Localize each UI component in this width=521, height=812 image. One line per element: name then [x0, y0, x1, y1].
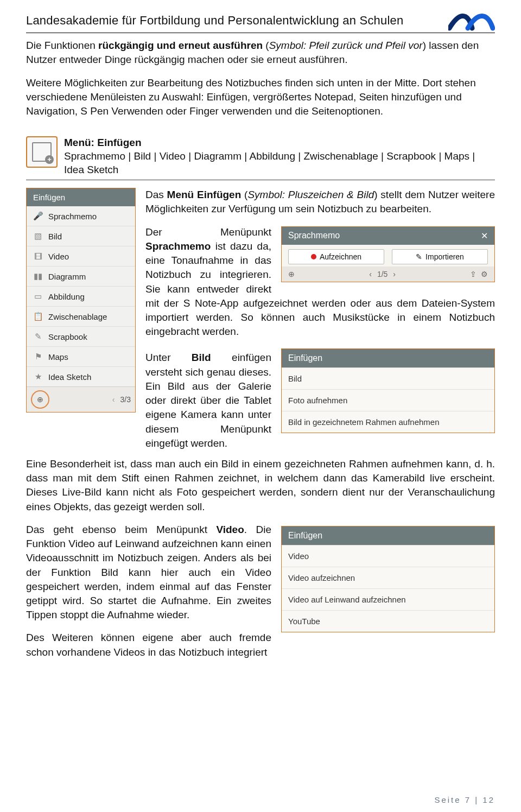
image-option-foto[interactable]: Foto aufnehmen [282, 389, 494, 411]
record-button[interactable]: Aufzeichnen [288, 249, 384, 264]
insert-menu-item[interactable]: ▮▮Diagramm [27, 267, 135, 287]
insert-menu-item[interactable]: 📋Zwischenablage [27, 307, 135, 327]
menu-item-icon: 🎤 [33, 211, 43, 221]
next-icon[interactable]: › [393, 270, 396, 278]
menu-item-icon: ★ [33, 372, 43, 382]
menu-item-label: Sprachmemo [48, 212, 97, 221]
insert-menu-item[interactable]: 🎤Sprachmemo [27, 206, 135, 226]
voicememo-title: Sprachmemo [288, 231, 340, 240]
insert-menu-pager: 3/3 [120, 395, 131, 404]
intro-paragraph-1: Die Funktionen rückgängig und erneut aus… [26, 39, 495, 66]
video-option-leinwand[interactable]: Video auf Leinwand aufzeichnen [282, 588, 494, 610]
video-option-youtube[interactable]: YouTube [282, 610, 494, 632]
insert-menu-item[interactable]: ⚑Maps [27, 347, 135, 367]
menu-item-icon: ⚑ [33, 352, 43, 361]
video-insert-panel: Einfügen Video Video aufzeichnen Video a… [281, 526, 495, 632]
pen-icon: ✎ [416, 252, 422, 261]
insert-menu-lead: Das Menü Einfügen (Symbol: Pluszeichen &… [145, 188, 495, 216]
menu-item-label: Abbildung [48, 292, 85, 301]
menu-item-label: Maps [48, 352, 68, 361]
insert-menu-item[interactable]: ★Idea Sketch [27, 367, 135, 386]
add-icon[interactable]: ⊕ [31, 390, 49, 409]
menu-item-label: Bild [48, 232, 62, 241]
video-option-video[interactable]: Video [282, 545, 494, 567]
menu-item-icon: ▭ [33, 291, 43, 301]
page-footer: Seite 7 | 12 [434, 795, 495, 804]
menu-item-icon: ▮▮ [33, 271, 43, 281]
insert-menu-item[interactable]: 🎞Video [27, 246, 135, 267]
import-button[interactable]: ✎Importieren [392, 249, 488, 264]
insert-menu-panel: Einfügen 🎤Sprachmemo▧Bild🎞Video▮▮Diagram… [26, 188, 136, 413]
menu-item-label: Idea Sketch [48, 372, 91, 382]
voicememo-pager: 1/5 [377, 270, 387, 278]
video-paragraph-2: Des Weiteren können eigene aber auch fre… [26, 631, 495, 659]
page-header: Landesakademie für Fortbildung und Perso… [26, 10, 495, 33]
video-panel-title: Einfügen [282, 526, 494, 545]
image-paragraph-2: Eine Besonderheit ist, dass man auch ein… [26, 457, 495, 514]
prev-icon[interactable]: ‹ [369, 270, 372, 278]
insert-menu-title: Einfügen [27, 188, 135, 206]
menu-item-icon: ▧ [33, 231, 43, 241]
insert-menu-item[interactable]: ▭Abbildung [27, 287, 135, 307]
image-insert-panel: Einfügen Bild Foto aufnehmen Bild in gez… [281, 348, 495, 433]
logo-swoosh [448, 10, 495, 31]
insert-menu-item[interactable]: ✎Scrapbook [27, 327, 135, 347]
close-icon[interactable]: ✕ [481, 231, 488, 241]
image-option-bild[interactable]: Bild [282, 367, 494, 389]
section-subtitle: Sprachmemo | Bild | Video | Diagramm | A… [64, 150, 475, 175]
header-title: Landesakademie für Fortbildung und Perso… [26, 14, 403, 28]
menu-item-label: Video [48, 252, 69, 261]
gear-icon[interactable]: ⚙ [481, 270, 488, 278]
video-option-aufzeichnen[interactable]: Video aufzeichnen [282, 567, 494, 588]
intro-paragraph-2: Weitere Möglichkeiten zur Bearbeitung de… [26, 76, 495, 118]
menu-item-label: Zwischenablage [48, 312, 107, 321]
menu-item-label: Diagramm [48, 272, 86, 281]
voicememo-panel: Sprachmemo ✕ Aufzeichnen ✎Importieren ⊕ … [281, 226, 495, 282]
prev-page-icon[interactable]: ‹ [112, 395, 115, 404]
image-option-rahmen[interactable]: Bild in gezeichnetem Rahmen aufnehmen [282, 411, 494, 433]
section-insert-heading: Menü: Einfügen Sprachmemo | Bild | Video… [26, 136, 495, 180]
record-icon [311, 254, 316, 259]
menu-item-icon: 📋 [33, 312, 43, 321]
menu-item-label: Scrapbook [48, 332, 87, 341]
add-image-icon [26, 136, 58, 168]
share-icon[interactable]: ⇪ [470, 270, 476, 278]
insert-menu-footer: ⊕ ‹ 3/3 [27, 386, 135, 412]
insert-menu-item[interactable]: ▧Bild [27, 226, 135, 246]
add-icon[interactable]: ⊕ [288, 270, 295, 278]
image-panel-title: Einfügen [282, 349, 494, 367]
menu-item-icon: ✎ [33, 332, 43, 341]
menu-item-icon: 🎞 [33, 251, 43, 261]
section-title: Menü: Einfügen [64, 137, 141, 148]
